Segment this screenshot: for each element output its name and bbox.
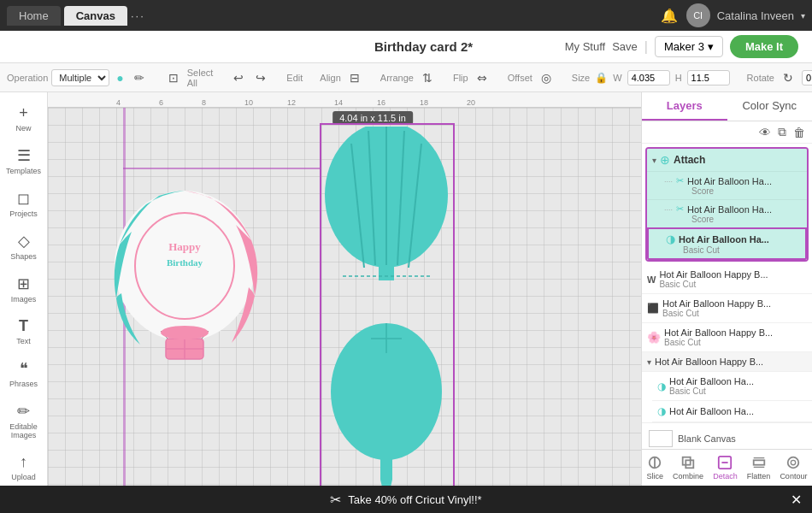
layer-8-icon: ◑ [657, 405, 666, 417]
svg-marker-4 [380, 480, 392, 486]
trash-icon-btn[interactable]: 🗑 [793, 125, 805, 139]
make-it-button[interactable]: Make It [730, 35, 798, 58]
arrange-label: Arrange [380, 73, 414, 83]
height-input[interactable]: 11.5 [687, 70, 730, 86]
score-icon-2: ✂ [676, 203, 684, 215]
layer-6-text: Hot Air Balloon Happy B... Basic Cut [664, 327, 807, 347]
layer-item-7[interactable]: ◑ Hot Air Balloon Ha... Basic Cut [652, 372, 812, 401]
bell-icon[interactable]: 🔔 [661, 8, 678, 24]
arrange-icon[interactable]: ⇅ [419, 69, 436, 86]
rotate-icon[interactable]: ↻ [780, 69, 797, 86]
lock-icon[interactable]: 🔒 [595, 72, 608, 84]
phrases-label: Phrases [9, 380, 38, 388]
small-balloon-svg[interactable]: Happy Birthday [99, 189, 270, 377]
slice-button[interactable]: Slice [647, 455, 664, 481]
sidebar-item-text[interactable]: T Text [3, 312, 45, 351]
attach-item-basic-cut[interactable]: ◑ Hot Air Balloon Ha... Basic Cut [647, 227, 807, 260]
height-label: H [675, 73, 682, 83]
panel-footer: Slice Combine Detach [642, 449, 812, 486]
layer-item-6[interactable]: 🌸 Hot Air Balloon Happy B... Basic Cut [642, 323, 812, 352]
sidebar-item-new[interactable]: + New [3, 99, 45, 138]
combine-button[interactable]: Combine [673, 455, 703, 481]
images-icon: ⊞ [17, 274, 30, 293]
operation-select[interactable]: Multiple [51, 69, 109, 86]
width-label: W [613, 73, 621, 83]
balloon-subgroup-chevron-icon: ▾ [647, 357, 651, 367]
new-label: New [15, 124, 31, 133]
machine-selector[interactable]: Maker 3 ▾ [655, 36, 723, 57]
eye-icon-btn[interactable]: 👁 [759, 125, 771, 139]
select-all-icon: ⊡ [168, 71, 179, 85]
flatten-button[interactable]: Flatten [747, 455, 771, 481]
offset-icon[interactable]: ◎ [538, 69, 555, 86]
detach-button[interactable]: Detach [713, 455, 738, 481]
score-1-name: Hot Air Balloon Ha... [687, 176, 772, 186]
my-stuff-button[interactable]: My Stuff [565, 40, 605, 53]
select-all-button[interactable]: ⊡ [165, 69, 182, 86]
contour-label: Contour [780, 472, 807, 481]
tab-color-sync[interactable]: Color Sync [727, 92, 813, 121]
svg-rect-29 [753, 460, 764, 464]
width-input[interactable]: 4.035 [627, 70, 670, 86]
operation-edit-icon[interactable]: ✏ [131, 69, 148, 86]
undo-button[interactable]: ↩ [230, 69, 247, 86]
layers-list: ▾ ⊕ Attach ···· ✂ Hot Air Balloon Ha... … [642, 144, 812, 449]
avatar[interactable]: CI [686, 3, 710, 27]
sidebar-item-editable-images[interactable]: ✏ Editable Images [3, 397, 45, 445]
tab-layers[interactable]: Layers [642, 92, 727, 121]
operation-color-btn[interactable]: ● [113, 69, 127, 86]
rotate-input[interactable]: 0 [802, 70, 812, 86]
home-tab[interactable]: Home [7, 6, 61, 26]
layer-item-5[interactable]: ⬛ Hot Air Balloon Happy B... Basic Cut [642, 294, 812, 323]
more-dots[interactable]: ··· [131, 9, 145, 22]
shapes-icon: ◇ [18, 232, 30, 251]
canvas-tab[interactable]: Canvas [64, 6, 127, 26]
save-button[interactable]: Save [612, 40, 638, 53]
attach-chevron-icon: ▾ [652, 156, 656, 165]
canvas-grid[interactable]: 4.04 in x 11.5 in [48, 108, 641, 486]
attach-group-header[interactable]: ▾ ⊕ Attach [647, 149, 807, 171]
sidebar-item-images[interactable]: ⊞ Images [3, 269, 45, 309]
flip-icon[interactable]: ⇔ [474, 69, 491, 86]
promo-close-button[interactable]: ✕ [791, 492, 802, 508]
basic-cut-name: Hot Air Balloon Ha... [679, 234, 769, 245]
big-balloon-svg[interactable] [317, 127, 456, 486]
sidebar-item-upload[interactable]: ↑ Upload [3, 448, 45, 486]
layer-6-icon: 🌸 [647, 331, 661, 344]
redo-button[interactable]: ↪ [252, 69, 269, 86]
flatten-label: Flatten [747, 472, 771, 481]
align-icon[interactable]: ⊟ [346, 69, 363, 86]
attach-item-score-2[interactable]: ···· ✂ Hot Air Balloon Ha... Score [647, 199, 807, 227]
svg-rect-26 [685, 460, 693, 468]
contour-button[interactable]: Contour [780, 455, 807, 481]
ruler-10: 10 [244, 98, 253, 107]
copy-icon-btn[interactable]: ⧉ [778, 125, 786, 139]
balloon-subgroup-header[interactable]: ▾ Hot Air Balloon Happy B... [642, 352, 812, 372]
sidebar-item-projects[interactable]: ◻ Projects [3, 184, 45, 223]
sidebar-item-templates[interactable]: ☰ Templates [3, 141, 45, 180]
canvas-area[interactable]: 4 6 8 10 12 14 16 18 20 4.04 in x 11.5 i… [48, 92, 641, 486]
select-all-label: Select All [187, 68, 214, 88]
detach-label: Detach [713, 472, 738, 481]
ruler-8: 8 [202, 98, 206, 107]
editable-images-label: Editable Images [6, 422, 42, 439]
score-1-sub: Score [691, 186, 802, 196]
new-icon: + [19, 104, 28, 122]
svg-point-32 [788, 457, 799, 469]
upload-label: Upload [11, 473, 36, 481]
layer-item-4[interactable]: W Hot Air Balloon Happy B... Basic Cut [642, 265, 812, 294]
align-label: Align [320, 73, 340, 83]
sidebar-item-phrases[interactable]: ❝ Phrases [3, 354, 45, 393]
layer-item-8[interactable]: ◑ Hot Air Balloon Ha... [652, 401, 812, 422]
title-divider: | [644, 39, 648, 55]
sidebar-item-shapes[interactable]: ◇ Shapes [3, 227, 45, 266]
layer-5-name: Hot Air Balloon Happy B... [662, 298, 807, 309]
machine-chevron-icon: ▾ [708, 40, 714, 53]
svg-text:Happy: Happy [168, 240, 201, 253]
layer-6-name: Hot Air Balloon Happy B... [664, 327, 807, 338]
document-title: Birthday card 2* [289, 39, 557, 54]
attach-item-score-1[interactable]: ···· ✂ Hot Air Balloon Ha... Score [647, 171, 807, 199]
projects-icon: ◻ [17, 189, 30, 208]
user-chevron-icon[interactable]: ▾ [801, 11, 805, 21]
slice-label: Slice [647, 472, 664, 481]
